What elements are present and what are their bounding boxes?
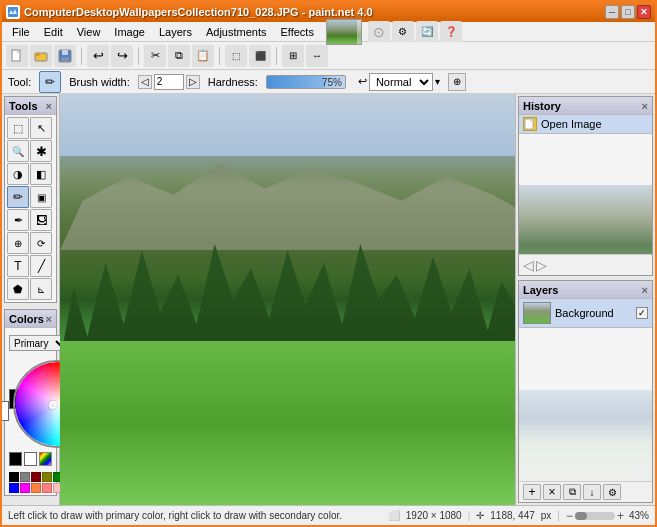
- blend-mode-select[interactable]: Normal Multiply Screen: [369, 73, 433, 91]
- tool-rectangle-select[interactable]: ⬚: [7, 117, 29, 139]
- maximize-button[interactable]: □: [621, 5, 635, 19]
- layers-panel-close[interactable]: ×: [642, 284, 648, 296]
- history-back-button[interactable]: ◁: [523, 257, 534, 273]
- tool-recolor[interactable]: ⟳: [30, 232, 52, 254]
- grass-layer: [60, 341, 515, 505]
- layer-item[interactable]: Background ✓: [519, 299, 652, 328]
- svg-rect-6: [61, 57, 69, 62]
- tool-line[interactable]: ╱: [30, 255, 52, 277]
- toolbar-btn-right3[interactable]: 🔄: [416, 21, 438, 43]
- toolbar-crop[interactable]: ⊞: [282, 45, 304, 67]
- history-item[interactable]: Open Image: [519, 115, 652, 134]
- brush-tool-icon[interactable]: ✏: [39, 71, 61, 93]
- close-button[interactable]: ✕: [637, 5, 651, 19]
- main-area: Tools × ⬚ ↖ 🔍 ✱ ◑ ◧ ✏ ▣ ✒ ⛾ ⊕ ⟳ T: [2, 94, 655, 505]
- menu-adjustments[interactable]: Adjustments: [200, 24, 273, 40]
- layer-name: Background: [555, 307, 632, 319]
- hardness-slider[interactable]: 75%: [266, 75, 346, 89]
- tool-colorpicker[interactable]: ⛾: [30, 209, 52, 231]
- toolbar-btn-right4[interactable]: ❓: [440, 21, 462, 43]
- swatch-2[interactable]: [31, 472, 41, 482]
- background-color-swatch[interactable]: [2, 401, 9, 421]
- menu-layers[interactable]: Layers: [153, 24, 198, 40]
- zoom-slider[interactable]: [575, 512, 615, 520]
- svg-rect-5: [62, 50, 68, 55]
- tool-shapes[interactable]: ⬟: [7, 278, 29, 300]
- menu-effects[interactable]: Effects: [275, 24, 320, 40]
- toolbar-paste[interactable]: 📋: [192, 45, 214, 67]
- swatch-14[interactable]: [9, 483, 19, 493]
- rainbow-swatch[interactable]: [39, 452, 52, 466]
- merge-layer-button[interactable]: ↓: [583, 484, 601, 500]
- colors-panel-close[interactable]: ×: [46, 313, 52, 325]
- toolbar-undo[interactable]: ↩: [87, 45, 109, 67]
- toolbar-save[interactable]: [54, 45, 76, 67]
- brush-width-input[interactable]: [154, 74, 184, 90]
- zoom-out-button[interactable]: −: [566, 509, 573, 523]
- tool-options-bar: Tool: ✏ Brush width: ◁ ▷ Hardness: 75% ↩…: [2, 70, 655, 94]
- black-swatch[interactable]: [9, 452, 22, 466]
- status-right: ⬜ 1920 × 1080 | ✛ 1188, 447 px | − + 43%: [388, 509, 649, 523]
- swatch-15[interactable]: [20, 483, 30, 493]
- toolbar-deselect[interactable]: ⬛: [249, 45, 271, 67]
- tools-panel-close[interactable]: ×: [46, 100, 52, 112]
- tools-panel-header: Tools ×: [5, 97, 56, 115]
- menu-file[interactable]: File: [6, 24, 36, 40]
- toolbar-copy[interactable]: ⧉: [168, 45, 190, 67]
- tool-brush[interactable]: ✏: [7, 186, 29, 208]
- brush-width-label: Brush width:: [69, 76, 130, 88]
- history-panel-close[interactable]: ×: [642, 100, 648, 112]
- hardness-label: Hardness:: [208, 76, 258, 88]
- svg-rect-1: [12, 50, 20, 61]
- menu-image[interactable]: Image: [108, 24, 151, 40]
- toolbar-redo[interactable]: ↪: [111, 45, 133, 67]
- minimize-button[interactable]: ─: [605, 5, 619, 19]
- tool-magic-wand[interactable]: ✱: [30, 140, 52, 162]
- toolbar-resize[interactable]: ↔: [306, 45, 328, 67]
- tool-options-extra[interactable]: ⊕: [448, 73, 466, 91]
- swatch-16[interactable]: [31, 483, 41, 493]
- toolbar-cut[interactable]: ✂: [144, 45, 166, 67]
- tool-gradient[interactable]: ◧: [30, 163, 52, 185]
- tool-text[interactable]: T: [7, 255, 29, 277]
- history-forward-button[interactable]: ▷: [536, 257, 547, 273]
- tool-pencil[interactable]: ✒: [7, 209, 29, 231]
- toolbar-btn-right1[interactable]: ⊙: [368, 21, 390, 43]
- colors-panel-header: Colors ×: [5, 310, 56, 328]
- swatch-3[interactable]: [42, 472, 52, 482]
- toolbar-new[interactable]: [6, 45, 28, 67]
- white-swatch[interactable]: [24, 452, 37, 466]
- layers-extra-area: [519, 390, 652, 481]
- menu-view[interactable]: View: [71, 24, 107, 40]
- brush-width-increase[interactable]: ▷: [186, 75, 200, 89]
- menu-edit[interactable]: Edit: [38, 24, 69, 40]
- toolbar-open[interactable]: [30, 45, 52, 67]
- swatch-1[interactable]: [20, 472, 30, 482]
- brush-width-decrease[interactable]: ◁: [138, 75, 152, 89]
- tool-selection2[interactable]: ⊾: [30, 278, 52, 300]
- tool-move[interactable]: ↖: [30, 117, 52, 139]
- blend-mode-toggle[interactable]: ▾: [435, 76, 440, 87]
- tool-label: Tool:: [8, 76, 31, 88]
- tool-zoom[interactable]: 🔍: [7, 140, 29, 162]
- tool-clone[interactable]: ⊕: [7, 232, 29, 254]
- hardness-value: 75%: [322, 76, 342, 89]
- tool-paintbucket[interactable]: ◑: [7, 163, 29, 185]
- layers-panel-header: Layers ×: [519, 281, 652, 299]
- toolbar-select-all[interactable]: ⬚: [225, 45, 247, 67]
- layer-visibility-check[interactable]: ✓: [636, 307, 648, 319]
- zoom-in-button[interactable]: +: [617, 509, 624, 523]
- color-swatches-area: [5, 358, 56, 452]
- layers-panel-title: Layers: [523, 284, 558, 296]
- tools-grid: ⬚ ↖ 🔍 ✱ ◑ ◧ ✏ ▣ ✒ ⛾ ⊕ ⟳ T ╱ ⬟ ⊾: [5, 115, 56, 302]
- delete-layer-button[interactable]: ×: [543, 484, 561, 500]
- history-panel-title: History: [523, 100, 561, 112]
- swatch-0[interactable]: [9, 472, 19, 482]
- canvas-area[interactable]: [60, 94, 515, 505]
- tool-eraser[interactable]: ▣: [30, 186, 52, 208]
- swatch-17[interactable]: [42, 483, 52, 493]
- duplicate-layer-button[interactable]: ⧉: [563, 484, 581, 500]
- add-layer-button[interactable]: +: [523, 484, 541, 500]
- layer-props-button[interactable]: ⚙: [603, 484, 621, 500]
- toolbar-btn-right2[interactable]: ⚙: [392, 21, 414, 43]
